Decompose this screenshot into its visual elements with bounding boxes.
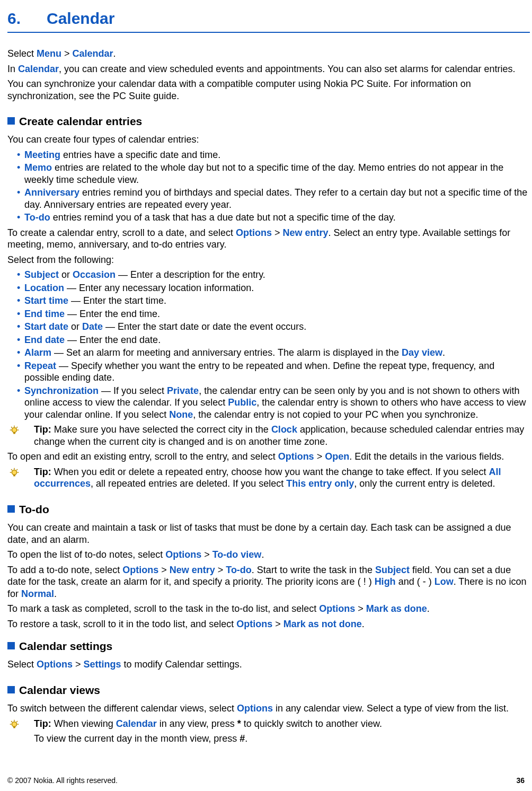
ui-term: End time <box>24 309 65 319</box>
ui-term: High <box>375 576 396 587</box>
ui-term: To-do <box>24 212 50 223</box>
ui-term: Settings <box>84 659 121 670</box>
text: > <box>158 565 170 575</box>
ui-term: End date <box>24 335 65 345</box>
list-item: Start date or Date — Enter the start dat… <box>17 321 530 333</box>
list-item: End date — Enter the end date. <box>17 334 530 346</box>
ui-term: This entry only <box>286 478 354 489</box>
ui-term: Options <box>237 703 273 714</box>
text: , all repeated entries are deleted. If y… <box>91 478 286 489</box>
ui-term: Options <box>278 451 314 462</box>
chapter-heading: 6.Calendar <box>7 10 530 28</box>
text: — Enter a description for the entry. <box>116 269 265 280</box>
paragraph: To mark a task as completed, scroll to t… <box>7 603 530 615</box>
text: . Start to write the task in the <box>252 565 375 575</box>
text: To mark a task as completed, scroll to t… <box>7 603 319 614</box>
ui-term: Options <box>37 659 73 670</box>
text: in any calendar view. Select a type of v… <box>273 703 509 714</box>
key-glyph: # <box>240 733 245 744</box>
text: > <box>314 451 325 462</box>
tip-block: Tip: Make sure you have selected the cor… <box>7 424 530 447</box>
ui-term: To-do view <box>212 549 262 560</box>
text: > <box>272 619 283 629</box>
ui-term: Calendar <box>116 718 157 729</box>
text: , the calendar entry is not copied to yo… <box>193 409 478 420</box>
ui-term: Options <box>319 603 355 614</box>
tip-block: Tip: When viewing Calendar in any view, … <box>7 718 530 745</box>
list-item: End time — Enter the end time. <box>17 308 530 320</box>
paragraph: To switch between the different calendar… <box>7 702 530 715</box>
tip-label: Tip: <box>34 718 54 729</box>
text: to modify Calendar settings. <box>121 659 242 670</box>
text: > <box>61 48 73 59</box>
text: , you can create and view scheduled even… <box>59 64 516 74</box>
text: When you edit or delete a repeated entry… <box>54 467 489 477</box>
ui-term: Day view <box>402 347 442 358</box>
text: To open and edit an existing entry, scro… <box>7 451 278 462</box>
text: . <box>245 733 247 744</box>
ui-term: Location <box>24 283 64 293</box>
ui-term: Options <box>236 227 272 238</box>
section-marker-icon <box>7 686 15 693</box>
page-footer: © 2007 Nokia. All rights reserved. 36 <box>7 776 525 785</box>
text: To switch between the different calendar… <box>7 703 237 714</box>
ui-term: Mark as done <box>366 603 427 614</box>
text: . Edit the details in the various fields… <box>349 451 504 462</box>
ui-term: Occasion <box>73 269 116 280</box>
text: When viewing <box>54 718 116 729</box>
text: . <box>261 549 264 560</box>
section-heading-views: Calendar views <box>7 683 530 697</box>
page-number: 36 <box>516 776 525 785</box>
paragraph: To open and edit an existing entry, scro… <box>7 451 530 463</box>
text: . <box>54 588 57 599</box>
paragraph: To add a to-do note, select Options > Ne… <box>7 564 530 600</box>
text: In <box>7 64 18 74</box>
ui-term: To-do <box>226 565 252 575</box>
ui-term: Mark as not done <box>283 619 362 629</box>
text: — Set an alarm for meeting and anniversa… <box>51 347 402 358</box>
section-heading-todo: To-do <box>7 503 530 516</box>
section-marker-icon <box>7 505 15 513</box>
paragraph: To restore a task, scroll to it in the t… <box>7 618 530 630</box>
text: . <box>442 347 445 358</box>
tip-label: Tip: <box>34 424 54 435</box>
tip-bulb-icon <box>7 424 34 436</box>
paragraph: You can create four types of calendar en… <box>7 134 530 146</box>
list-item: Location — Enter any necessary location … <box>17 282 530 294</box>
document-page: 6.Calendar Select Menu > Calendar. In Ca… <box>0 0 532 791</box>
ui-term: Calendar <box>73 48 113 59</box>
text: or <box>59 269 73 280</box>
text: , only the current entry is deleted. <box>354 478 495 489</box>
text: — Enter the start time. <box>68 295 166 306</box>
text: — Enter the end date. <box>65 335 161 345</box>
paragraph: Select Menu > Calendar. <box>7 48 530 60</box>
text: entries remind you of birthdays and spec… <box>24 187 527 210</box>
ui-term: Synchronization <box>24 385 99 396</box>
ui-term: None <box>169 409 193 420</box>
paragraph: You can synchronize your calendar data w… <box>7 78 530 102</box>
ui-term: Options <box>122 565 158 575</box>
copyright-text: © 2007 Nokia. All rights reserved. <box>7 776 118 785</box>
paragraph: To create a calendar entry, scroll to a … <box>7 227 530 251</box>
ui-term: Clock <box>271 424 297 435</box>
tip-text: Tip: When you edit or delete a repeated … <box>34 466 530 490</box>
text: > <box>201 549 212 560</box>
text: To open the list of to-do notes, select <box>7 549 165 560</box>
text: Select <box>7 659 37 670</box>
list-item: Alarm — Set an alarm for meeting and ann… <box>17 347 530 359</box>
section-marker-icon <box>7 117 15 125</box>
heading-text: Create calendar entries <box>19 115 142 127</box>
paragraph: Select Options > Settings to modify Cale… <box>7 658 530 671</box>
list-item: Meeting entries have a specific date and… <box>17 149 530 161</box>
text: To add a to-do note, select <box>7 565 122 575</box>
text: . <box>362 619 365 629</box>
ui-term: Open <box>325 451 349 462</box>
tip-text: Tip: When viewing Calendar in any view, … <box>34 718 530 745</box>
tip-bulb-icon <box>7 718 34 731</box>
section-marker-icon <box>7 642 15 649</box>
ui-term: Meeting <box>24 150 60 160</box>
text: or <box>68 321 82 332</box>
paragraph: To open the list of to-do notes, select … <box>7 549 530 561</box>
ui-term: Repeat <box>24 361 56 371</box>
tip-text: Tip: Make sure you have selected the cor… <box>34 424 530 447</box>
